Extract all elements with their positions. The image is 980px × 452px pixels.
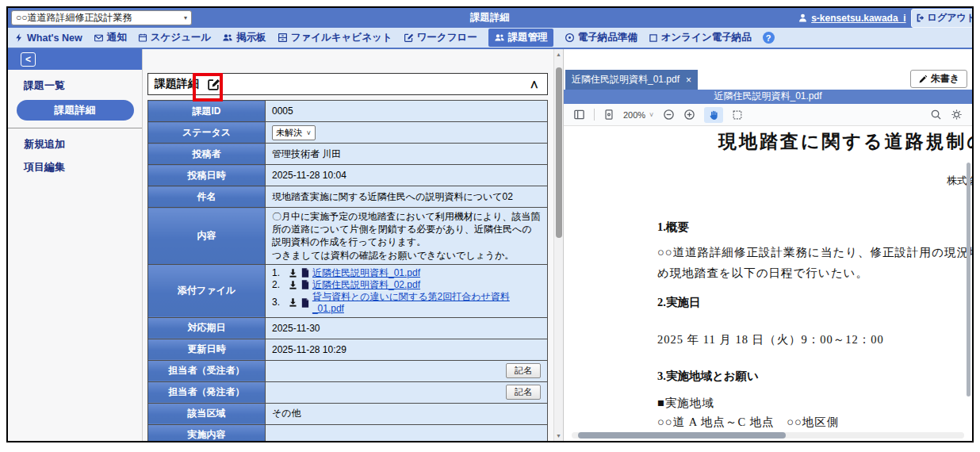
gear-icon[interactable] [951,109,963,121]
field-value: 管理技術者 川田 [266,144,548,165]
cabinet-icon [278,33,288,43]
app-window: ○○道道路詳細修正設計業務 ▾ 課題詳細 s-kensetsu.kawada_i… [6,6,974,442]
download-icon[interactable] [288,280,298,290]
divider [594,109,595,121]
table-row: 内容 〇月中に実施予定の現地踏査において利用機材により、該当箇所の道路について片… [148,208,548,265]
edit-square-icon [404,33,414,43]
pdf-tab-label: 近隣住民説明資料_01.pdf [572,73,679,86]
sidebar-collapse-button[interactable]: < [21,52,36,67]
scroll-down-icon[interactable]: ▼ [556,431,561,441]
document-section-2: 2.実施日 [657,295,700,310]
sign-button[interactable]: 記名 [506,385,541,400]
issue-detail-table: 課題ID 0005 ステータス 未解決 ∨ 投稿者 [147,100,548,442]
attachment-link[interactable]: 貸与資料との違いに関する第2回打合わせ資料_01.pdf [312,291,541,315]
envelope-icon [94,33,104,43]
document-heading: 現地踏査に関する道路規制の [718,129,972,154]
field-value: その他 [266,403,548,424]
attachment-number: 2. [272,279,285,291]
panel-header: 課題詳細 ∧ [147,73,548,95]
search-icon[interactable] [930,109,942,121]
zoom-level-select[interactable]: 200% ∨ [623,110,654,120]
help-icon[interactable]: ? [763,32,775,44]
field-value [266,424,548,442]
nav-item-issue-management[interactable]: 課題管理 [488,29,553,47]
zoom-level-value: 200% [623,110,645,120]
pdf-tab[interactable]: 近隣住民説明資料_01.pdf × [565,70,698,90]
user-link[interactable]: s-kensetsu.kawada_i [798,13,905,24]
attachment-link[interactable]: 近隣住民説明資料_02.pdf [312,279,420,291]
document-area-heading: ■実施地域 [657,396,714,411]
status-select[interactable]: 未解決 ∨ [272,125,316,140]
sign-button[interactable]: 記名 [506,363,541,378]
edit-icon[interactable] [207,78,220,91]
field-label: ステータス [148,122,266,144]
document-section-3: 3.実施地域とお願い [657,369,759,384]
table-row: 更新日時 2025-11-28 10:29 [148,339,548,360]
table-row: 課題ID 0005 [148,101,548,122]
user-icon [798,13,808,23]
nav-item-schedule[interactable]: スケジュール [138,31,211,44]
field-value: 2025-11-30 [266,317,548,339]
document-area-detail: ○○道 A 地点～C 地点 ○○地区側 [657,415,839,430]
field-label: 内容 [148,208,266,265]
zoom-in-icon[interactable] [683,109,695,121]
pdf-document[interactable]: 現地踏査に関する道路規制の 株式会 1.概要 ○○道道路詳細修正設計業務に当たり… [564,126,972,441]
nav-item-file-cabinet[interactable]: ファイルキャビネット [278,31,392,44]
chevron-down-icon: ▾ [184,14,187,21]
project-select[interactable]: ○○道道路詳細修正設計業務 ▾ [11,10,192,25]
scrollbar-vertical[interactable]: ▲ ▼ [553,49,563,441]
pdf-title-bar: 近隣住民説明資料_01.pdf [564,90,972,104]
download-icon[interactable] [288,268,298,278]
page-view-icon[interactable] [603,109,614,121]
field-value: 2025-11-28 10:29 [266,339,548,360]
table-row: 該当区域 その他 [148,403,548,424]
field-label: 対応期日 [148,317,266,339]
pdf-scrollbar-vertical[interactable] [967,163,970,396]
redline-button[interactable]: 朱書き [910,70,967,88]
nav-item-whats-new[interactable]: What's New [14,33,82,44]
scrollbar-thumb[interactable] [556,67,562,238]
attachment-link[interactable]: 近隣住民説明資料_01.pdf [312,267,420,279]
table-row: 担当者（受注者） 記名 [148,360,548,381]
collapse-panel-chevron[interactable]: ∧ [530,77,539,92]
document-date: 2025 年 11 月 18 日（火）9：00～12：00 [657,332,884,347]
scrollbar-thumb[interactable] [578,432,786,439]
sidebar-item-field-edit[interactable]: 項目編集 [8,151,142,174]
field-label: 投稿日時 [148,165,266,186]
issue-detail-pane: 課題詳細 ∧ 課題ID 0005 ステータス [143,49,563,441]
scroll-up-icon[interactable]: ▲ [556,49,561,59]
document-paragraph: め現地踏査を以下の日程で行いたい。 [657,266,868,281]
nav-label: 通知 [107,31,127,44]
pdf-file-icon [301,280,309,289]
hand-tool-icon[interactable] [704,107,723,123]
nav-item-board[interactable]: 掲示板 [222,31,266,44]
sidebar-item-issue-detail[interactable]: 課題詳細 [17,100,134,121]
nav-label: オンライン電子納品 [661,31,752,44]
pdf-file-icon [301,298,309,308]
nav-label: 課題管理 [508,31,548,44]
field-value: 2025-11-28 10:04 [266,165,548,186]
marquee-select-icon[interactable] [732,109,743,121]
field-label: 実施内容 [148,424,266,442]
nav-item-notifications[interactable]: 通知 [94,31,127,44]
sidebar-item-issue-list[interactable]: 課題一覧 [8,70,142,93]
nav-item-workflow[interactable]: ワークフロー [404,31,477,44]
document-section-1: 1.概要 [657,220,689,235]
chevron-down-icon: ∨ [306,128,312,137]
table-row: 投稿者 管理技術者 川田 [148,144,548,165]
nav-label: 電子納品準備 [578,31,637,44]
sidebar: < 課題一覧 課題詳細 新規追加 項目編集 [8,49,143,441]
pdf-scrollbar-horizontal[interactable] [572,432,964,439]
field-label: 投稿者 [148,144,266,165]
download-icon[interactable] [288,297,298,308]
sidebar-toggle-icon[interactable] [573,109,585,121]
calendar-icon [138,33,147,43]
nav-item-online-delivery[interactable]: オンライン電子納品 [649,31,752,44]
table-row: ステータス 未解決 ∨ [148,122,548,144]
logout-button[interactable]: ログアウト [911,9,974,28]
nav-item-delivery-prep[interactable]: 電子納品準備 [565,31,637,44]
sidebar-item-new-entry[interactable]: 新規追加 [8,128,142,151]
close-icon[interactable]: × [686,75,691,85]
field-label: 該当区域 [148,403,266,424]
zoom-out-icon[interactable] [663,109,675,121]
